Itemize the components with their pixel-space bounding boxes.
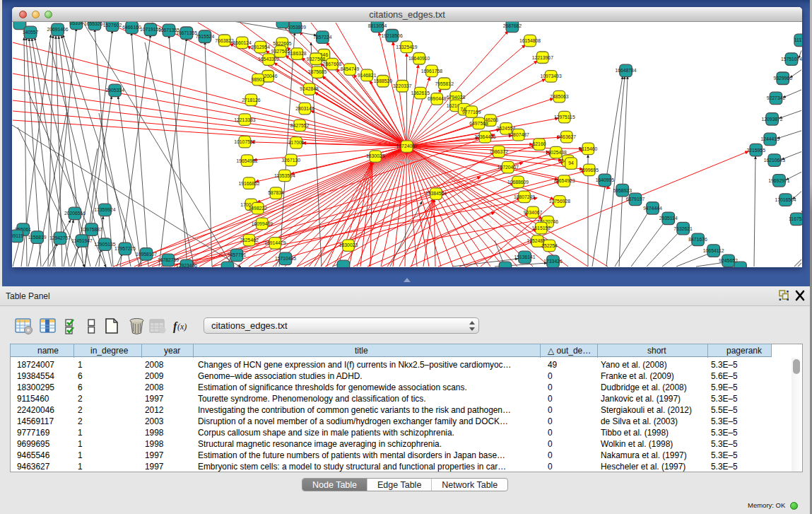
svg-text:1733426: 1733426 bbox=[543, 259, 563, 264]
svg-text:16543392: 16543392 bbox=[258, 57, 279, 62]
svg-text:9474444: 9474444 bbox=[643, 206, 662, 211]
svg-text:17359924: 17359924 bbox=[94, 207, 115, 212]
svg-text:20206516: 20206516 bbox=[64, 211, 86, 216]
svg-text:39119: 39119 bbox=[12, 233, 23, 238]
svg-text:19692971: 19692971 bbox=[768, 178, 789, 183]
svg-text:7857224: 7857224 bbox=[313, 35, 332, 40]
svg-text:62160: 62160 bbox=[533, 141, 546, 146]
svg-text:3215955: 3215955 bbox=[746, 148, 765, 153]
svg-text:9699695: 9699695 bbox=[579, 168, 599, 173]
svg-text:252254: 252254 bbox=[541, 243, 558, 248]
svg-text:1615152: 1615152 bbox=[532, 226, 551, 230]
svg-text:16782759: 16782759 bbox=[158, 257, 179, 262]
svg-text:140557: 140557 bbox=[23, 30, 39, 35]
svg-text:12213383: 12213383 bbox=[234, 117, 255, 122]
svg-text:16961758: 16961758 bbox=[421, 69, 442, 74]
svg-text:7625462: 7625462 bbox=[240, 238, 259, 243]
svg-text:9227342: 9227342 bbox=[767, 95, 786, 100]
svg-text:10025438: 10025438 bbox=[546, 150, 567, 155]
svg-text:8813054: 8813054 bbox=[368, 23, 387, 28]
svg-text:6990448: 6990448 bbox=[428, 96, 447, 101]
svg-text:1527602: 1527602 bbox=[103, 23, 122, 28]
svg-text:2935114: 2935114 bbox=[659, 216, 678, 221]
svg-text:13325419: 13325419 bbox=[396, 45, 417, 49]
svg-text:17957225: 17957225 bbox=[114, 246, 136, 251]
svg-text:12905135: 12905135 bbox=[94, 242, 115, 247]
svg-text:11353594: 11353594 bbox=[274, 173, 295, 178]
svg-text:7663822: 7663822 bbox=[215, 38, 234, 43]
svg-text:10654112: 10654112 bbox=[703, 248, 724, 253]
svg-text:12213967: 12213967 bbox=[532, 55, 553, 60]
svg-text:9329966: 9329966 bbox=[774, 76, 793, 81]
svg-text:(x): (x) bbox=[177, 322, 187, 332]
svg-text:18724007: 18724007 bbox=[396, 144, 418, 148]
svg-text:17016504: 17016504 bbox=[775, 197, 796, 202]
svg-text:2687682: 2687682 bbox=[503, 23, 522, 28]
svg-text:5322605: 5322605 bbox=[273, 41, 292, 46]
svg-text:10756928: 10756928 bbox=[549, 199, 570, 204]
svg-text:19166852: 19166852 bbox=[238, 181, 259, 186]
svg-text:15751074: 15751074 bbox=[781, 57, 802, 62]
svg-text:3498222: 3498222 bbox=[249, 206, 268, 211]
svg-text:18640910: 18640910 bbox=[408, 56, 430, 61]
svg-text:7955812: 7955812 bbox=[435, 81, 454, 86]
svg-text:15710485: 15710485 bbox=[275, 256, 296, 261]
svg-text:7515524: 7515524 bbox=[196, 34, 215, 39]
svg-text:9777169: 9777169 bbox=[462, 110, 481, 115]
svg-text:7986372: 7986372 bbox=[489, 149, 508, 154]
svg-text:16210643: 16210643 bbox=[764, 158, 785, 163]
svg-text:8454749: 8454749 bbox=[341, 66, 360, 71]
svg-text:12923446: 12923446 bbox=[176, 263, 197, 267]
svg-text:05334: 05334 bbox=[70, 22, 83, 25]
svg-text:7632621: 7632621 bbox=[673, 226, 693, 231]
svg-text:15136141: 15136141 bbox=[514, 255, 535, 259]
svg-text:19384554: 19384554 bbox=[425, 191, 447, 196]
svg-text:8912954: 8912954 bbox=[251, 45, 270, 49]
svg-text:317006: 317006 bbox=[288, 140, 305, 145]
svg-text:6879197: 6879197 bbox=[626, 197, 645, 201]
svg-text:8186328: 8186328 bbox=[288, 51, 307, 56]
svg-text:3220337: 3220337 bbox=[393, 83, 412, 88]
svg-text:33975887: 33975887 bbox=[81, 227, 102, 232]
svg-text:3267130: 3267130 bbox=[282, 158, 301, 163]
svg-text:9327508: 9327508 bbox=[307, 57, 326, 62]
svg-text:3875685: 3875685 bbox=[308, 69, 327, 74]
svg-text:116753: 116753 bbox=[789, 216, 802, 221]
svg-text:1362615: 1362615 bbox=[411, 90, 430, 95]
svg-text:9463627: 9463627 bbox=[558, 134, 577, 139]
svg-text:3624554: 3624554 bbox=[497, 126, 516, 131]
svg-text:7485063: 7485063 bbox=[550, 94, 569, 99]
svg-text:6497568: 6497568 bbox=[469, 121, 488, 126]
svg-text:1588520: 1588520 bbox=[374, 78, 393, 83]
svg-text:9242848: 9242848 bbox=[300, 86, 319, 91]
svg-text:98901: 98901 bbox=[252, 77, 265, 82]
svg-text:8471676: 8471676 bbox=[688, 237, 707, 242]
svg-text:18807249: 18807249 bbox=[514, 194, 535, 199]
svg-text:15720407: 15720407 bbox=[498, 165, 519, 170]
svg-text:8660124: 8660124 bbox=[233, 40, 252, 45]
svg-text:10688609: 10688609 bbox=[507, 180, 529, 185]
svg-text:9115460: 9115460 bbox=[579, 146, 597, 151]
svg-text:1830029: 1830029 bbox=[366, 153, 385, 158]
svg-text:19654982: 19654982 bbox=[236, 158, 257, 163]
svg-text:2718126: 2718126 bbox=[242, 98, 261, 103]
svg-text:11173: 11173 bbox=[794, 37, 802, 42]
svg-text:10807487: 10807487 bbox=[508, 132, 529, 137]
svg-text:19218506: 19218506 bbox=[382, 33, 403, 38]
svg-text:12942757: 12942757 bbox=[49, 235, 71, 240]
svg-text:9457791: 9457791 bbox=[228, 252, 247, 257]
svg-text:1830023: 1830023 bbox=[339, 243, 358, 247]
svg-text:6794028: 6794028 bbox=[447, 95, 466, 100]
svg-text:2803144: 2803144 bbox=[295, 106, 314, 111]
svg-text:1640995: 1640995 bbox=[596, 177, 615, 182]
svg-text:12093872: 12093872 bbox=[761, 117, 782, 122]
svg-text:16648784: 16648784 bbox=[615, 68, 636, 73]
svg-text:11451947: 11451947 bbox=[71, 238, 93, 243]
svg-text:5958923: 5958923 bbox=[613, 188, 632, 193]
svg-text:16671355: 16671355 bbox=[176, 30, 197, 35]
svg-text:9034067: 9034067 bbox=[524, 210, 543, 215]
svg-text:16553267: 16553267 bbox=[84, 22, 105, 26]
svg-text:10958107: 10958107 bbox=[136, 252, 157, 257]
svg-text:9245652: 9245652 bbox=[719, 258, 738, 263]
svg-text:20364436: 20364436 bbox=[474, 134, 495, 139]
